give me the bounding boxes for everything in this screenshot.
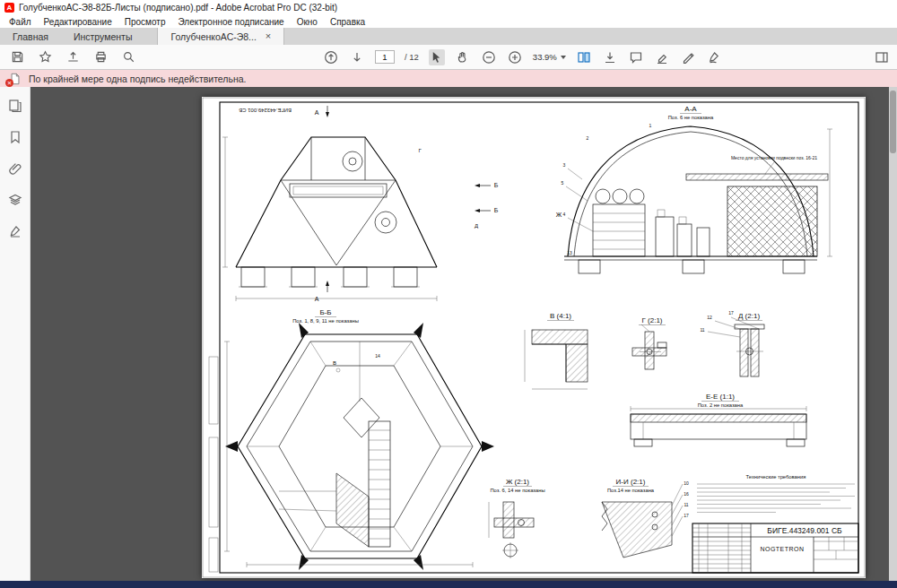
tab-tools-label: Инструменты: [74, 31, 132, 42]
svg-text:Г: Г: [418, 148, 422, 153]
next-page-button[interactable]: [349, 49, 365, 65]
svg-text:Б: Б: [494, 207, 499, 213]
bb-label: Б-Б: [319, 308, 331, 316]
svg-text:14: 14: [375, 353, 380, 359]
menu-window[interactable]: Окно: [291, 17, 324, 27]
d-label: Д (2:1): [738, 312, 760, 320]
left-panel-rail: [0, 87, 30, 581]
svg-text:17: 17: [684, 513, 689, 518]
hand-tool-button[interactable]: [455, 49, 471, 65]
svg-text:А: А: [315, 109, 319, 116]
menu-bar: Файл Редактирование Просмотр Электронное…: [0, 15, 897, 28]
comment-tool-icon[interactable]: [628, 49, 644, 65]
layers-icon[interactable]: [7, 192, 23, 208]
ii-note: Поз.14 не показана: [607, 488, 655, 493]
signature-warning-text: По крайней мере одна подпись недействите…: [29, 74, 247, 84]
page-number-input[interactable]: 1: [375, 50, 395, 64]
aa-annotation: Место для установки подвески поз. 16-21: [731, 155, 817, 160]
title-block-doc-code: БИГЕ.443249.001 СБ: [767, 526, 842, 535]
detail-d: Д (2:1): [708, 312, 764, 376]
doc-code-top: БИГЕ.443249.001 СБ: [239, 108, 292, 113]
draw-tool-icon[interactable]: [680, 49, 696, 65]
tab-document[interactable]: ГолубченкоАС-Э8... ×: [157, 28, 284, 45]
menu-view[interactable]: Просмотр: [118, 17, 172, 27]
g-label: Г (2:1): [641, 316, 662, 324]
invalid-signature-icon: [9, 73, 22, 85]
section-ee: Е-Е (1:1) Поз. 2 не показана: [631, 393, 806, 446]
menu-file[interactable]: Файл: [3, 17, 38, 27]
toolbar: 1 / 12 33.9%: [0, 45, 897, 70]
engineering-drawing: БИГЕ.443249.001 СБ: [202, 97, 866, 578]
v-label: В (4:1): [550, 312, 571, 320]
ee-label: Е-Е (1:1): [706, 393, 735, 401]
highlight-tool-icon[interactable]: [654, 49, 670, 65]
svg-text:5: 5: [562, 180, 564, 186]
zh-note: Поз. 6, 14 не показаны: [490, 488, 544, 493]
acrobat-app-icon: A: [4, 3, 14, 13]
star-icon[interactable]: [37, 49, 53, 65]
signatures-panel-icon[interactable]: [7, 223, 23, 239]
search-icon[interactable]: [120, 49, 136, 65]
svg-text:10: 10: [684, 480, 689, 486]
zoom-in-button[interactable]: [507, 49, 523, 65]
bookmarks-icon[interactable]: [7, 129, 23, 145]
svg-text:11: 11: [700, 327, 704, 333]
scrollbar-thumb[interactable]: [890, 91, 896, 153]
detail-v: В (4:1): [525, 312, 588, 389]
view-bb: Б-Б Поз. 1, 8, 9, 11 не показаны: [224, 308, 494, 570]
svg-text:16: 16: [684, 491, 689, 497]
zoom-out-button[interactable]: [481, 49, 497, 65]
title-bar: A ГолубченкоАС-Э8-82Б-Листы (подписано).…: [0, 0, 897, 15]
svg-text:17: 17: [728, 310, 734, 316]
zoom-level-dropdown[interactable]: 33.9%: [533, 52, 566, 62]
detail-zh: Ж (2:1) Поз. 6, 14 не показаны: [489, 478, 545, 558]
title-block-name: NOGTETRON: [760, 546, 804, 552]
error-badge-icon: [5, 79, 13, 87]
chevron-down-icon: [561, 56, 566, 59]
save-button[interactable]: [9, 49, 25, 65]
menu-help[interactable]: Справка: [324, 17, 371, 27]
position-callouts: ААББГДЖВ14235413112111710161117: [315, 109, 734, 518]
page-display-button[interactable]: [576, 49, 592, 65]
svg-text:Д: Д: [475, 223, 478, 229]
tab-close-icon[interactable]: ×: [266, 31, 271, 41]
menu-edit[interactable]: Редактирование: [38, 17, 118, 27]
section-aa: А-А Поз. 6 не показана: [564, 105, 832, 273]
menu-esign[interactable]: Электронное подписание: [171, 17, 290, 27]
svg-text:12: 12: [707, 315, 712, 320]
tab-home-label: Главная: [13, 31, 48, 42]
document-viewer[interactable]: БИГЕ.443249.001 СБ: [30, 87, 897, 581]
select-tool-button[interactable]: [429, 49, 445, 65]
content-area: БИГЕ.443249.001 СБ: [0, 87, 897, 581]
attachments-paperclip-icon[interactable]: [7, 160, 23, 177]
svg-text:А: А: [315, 296, 319, 302]
acrobat-window: A ГолубченкоАС-Э8-82Б-Листы (подписано).…: [0, 0, 897, 588]
svg-text:13: 13: [567, 250, 572, 255]
detail-g: Г (2:1): [632, 316, 666, 369]
svg-text:4: 4: [563, 212, 566, 217]
sign-tool-icon[interactable]: [706, 49, 722, 65]
tech-requirements: Технические требования: [697, 474, 855, 513]
tab-home[interactable]: Главная: [0, 28, 61, 45]
svg-text:В: В: [333, 360, 336, 366]
window-title: ГолубченкоАС-Э8-82Б-Листы (подписано).pd…: [19, 3, 337, 13]
windows-taskbar-edge: [0, 581, 897, 588]
svg-text:2: 2: [587, 135, 589, 141]
page-thumbnails-icon[interactable]: [7, 98, 23, 114]
measure-tool-icon[interactable]: [602, 49, 618, 65]
panels-toggle-icon[interactable]: [874, 49, 890, 65]
svg-text:11: 11: [684, 502, 688, 507]
aa-note: Поз. 6 не показана: [668, 115, 714, 120]
tab-bar: Главная Инструменты ГолубченкоАС-Э8... ×: [0, 28, 897, 45]
share-upload-icon[interactable]: [65, 49, 81, 65]
zh-label: Ж (2:1): [506, 478, 529, 486]
svg-text:Б: Б: [494, 182, 499, 188]
ee-note: Поз. 2 не показана: [698, 402, 744, 408]
tab-tools[interactable]: Инструменты: [61, 28, 144, 45]
vertical-scrollbar[interactable]: [889, 87, 897, 581]
pdf-page[interactable]: БИГЕ.443249.001 СБ: [202, 97, 866, 578]
tech-requirements-title: Технические требования: [746, 474, 806, 480]
print-button[interactable]: [92, 49, 109, 65]
page-count-label: / 12: [405, 52, 419, 62]
previous-page-button[interactable]: [323, 49, 339, 65]
